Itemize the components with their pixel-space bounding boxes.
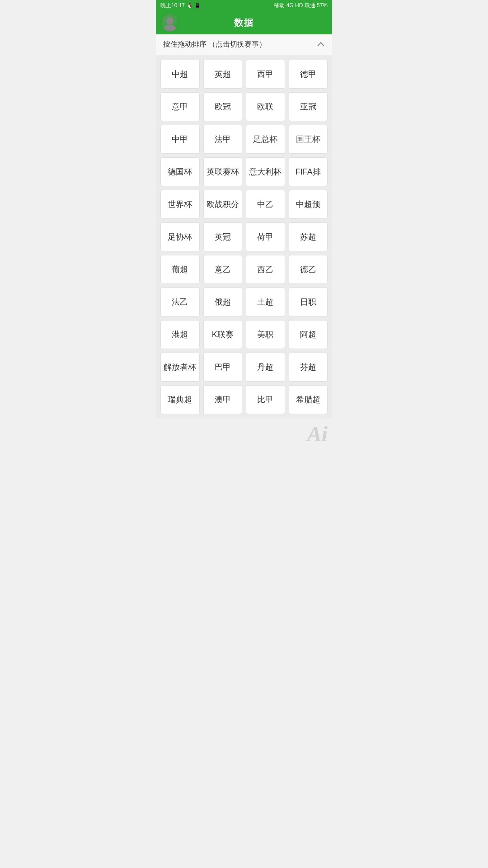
avatar-image	[161, 14, 178, 31]
league-item[interactable]: 德乙	[289, 255, 328, 284]
league-item[interactable]: 西乙	[246, 255, 285, 284]
league-item[interactable]: 德甲	[289, 60, 328, 89]
league-item[interactable]: 土超	[246, 288, 285, 316]
league-item[interactable]: 德国杯	[160, 157, 200, 186]
status-right-icons: 移动 4G HD 联通 57%	[274, 2, 328, 9]
svg-point-0	[166, 17, 174, 24]
time-display: 晚上10:17	[160, 2, 185, 9]
leagues-grid: 中超英超西甲德甲意甲欧冠欧联亚冠中甲法甲足总杯国王杯德国杯英联赛杯意大利杯FIF…	[160, 60, 328, 414]
avatar[interactable]	[161, 14, 178, 31]
app-header: 数据	[156, 11, 332, 34]
league-item[interactable]: 澳甲	[203, 385, 243, 414]
league-item[interactable]: 欧联	[246, 92, 285, 121]
league-item[interactable]: 解放者杯	[160, 353, 200, 382]
league-item[interactable]: 英冠	[203, 222, 243, 251]
league-item[interactable]: 意大利杯	[246, 157, 285, 186]
sort-bar: 按住拖动排序 （点击切换赛事）	[156, 34, 332, 55]
league-item[interactable]: 瑞典超	[160, 385, 200, 414]
league-item[interactable]: 苏超	[289, 222, 328, 251]
league-item[interactable]: 足协杯	[160, 222, 200, 251]
league-item[interactable]: 葡超	[160, 255, 200, 284]
network-info: 移动 4G HD 联通 57%	[274, 2, 328, 9]
league-item[interactable]: K联赛	[203, 320, 243, 349]
league-item[interactable]: 俄超	[203, 288, 243, 316]
league-item[interactable]: 欧战积分	[203, 190, 243, 219]
league-item[interactable]: 荷甲	[246, 222, 285, 251]
sort-label-main: 按住拖动排序	[163, 40, 206, 48]
league-item[interactable]: 法乙	[160, 288, 200, 316]
league-item[interactable]: 西甲	[246, 60, 285, 89]
league-item[interactable]: 法甲	[203, 125, 243, 154]
league-item[interactable]: 英超	[203, 60, 243, 89]
league-item[interactable]: 港超	[160, 320, 200, 349]
status-bar: 晚上10:17 🐧 📱 ... 移动 4G HD 联通 57%	[156, 0, 332, 11]
league-item[interactable]: 美职	[246, 320, 285, 349]
league-item[interactable]: 足总杯	[246, 125, 285, 154]
chevron-up-icon[interactable]	[317, 41, 325, 48]
leagues-grid-container: 中超英超西甲德甲意甲欧冠欧联亚冠中甲法甲足总杯国王杯德国杯英联赛杯意大利杯FIF…	[156, 55, 332, 419]
league-item[interactable]: 中超	[160, 60, 200, 89]
league-item[interactable]: 中超预	[289, 190, 328, 219]
league-item[interactable]: 丹超	[246, 353, 285, 382]
league-item[interactable]: 亚冠	[289, 92, 328, 121]
svg-point-1	[164, 24, 176, 31]
league-item[interactable]: 中甲	[160, 125, 200, 154]
league-item[interactable]: 欧冠	[203, 92, 243, 121]
league-item[interactable]: 国王杯	[289, 125, 328, 154]
league-item[interactable]: 世界杯	[160, 190, 200, 219]
league-item[interactable]: 巴甲	[203, 353, 243, 382]
league-item[interactable]: 日职	[289, 288, 328, 316]
ai-watermark: Ai	[307, 423, 328, 445]
status-time: 晚上10:17 🐧 📱 ...	[160, 2, 206, 9]
league-item[interactable]: 阿超	[289, 320, 328, 349]
page-title: 数据	[163, 17, 325, 29]
league-item[interactable]: 意甲	[160, 92, 200, 121]
notification-icons: 🐧 📱 ...	[187, 3, 206, 9]
league-item[interactable]: 中乙	[246, 190, 285, 219]
league-item[interactable]: FIFA排	[289, 157, 328, 186]
league-item[interactable]: 希腊超	[289, 385, 328, 414]
league-item[interactable]: 英联赛杯	[203, 157, 243, 186]
league-item[interactable]: 意乙	[203, 255, 243, 284]
sort-label: 按住拖动排序 （点击切换赛事）	[163, 40, 266, 49]
league-item[interactable]: 比甲	[246, 385, 285, 414]
league-item[interactable]: 芬超	[289, 353, 328, 382]
bottom-area: Ai	[156, 419, 332, 449]
sort-label-sub: （点击切换赛事）	[208, 40, 266, 48]
